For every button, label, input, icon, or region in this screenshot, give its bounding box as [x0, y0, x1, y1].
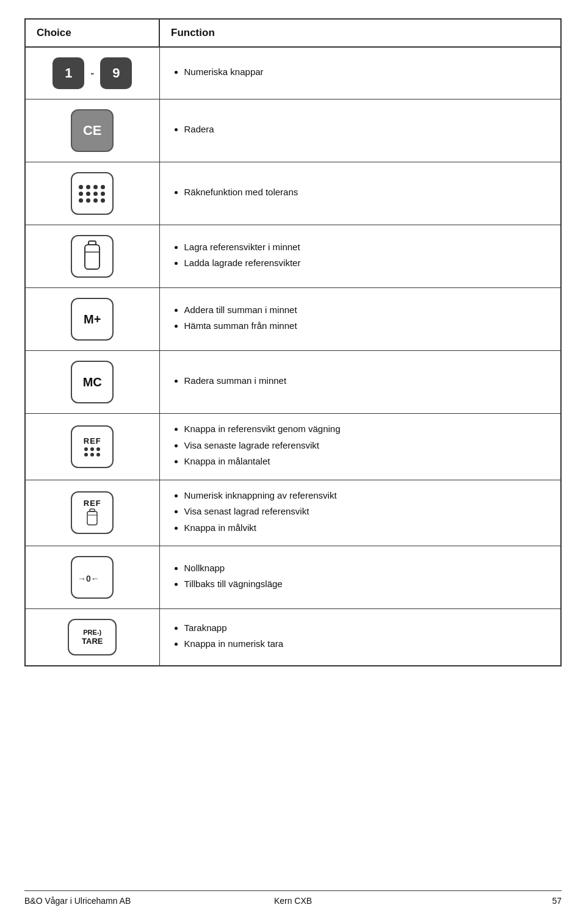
table-row: MC Radera summan i minnet [25, 351, 561, 414]
footer-center: Kern CXB [274, 896, 312, 906]
dot [93, 185, 98, 189]
bottle-svg [81, 240, 103, 273]
pretare-box: PRE-) TARE [68, 619, 117, 655]
icon-cell-numeric-keys: 1 - 9 [25, 47, 159, 99]
dots-grid [79, 185, 106, 203]
function-cell-zero-key: NollknappTillbaks till vägningsläge [159, 546, 561, 609]
function-item: Knappa in målantalet [184, 455, 550, 469]
dot [101, 192, 105, 196]
dot [93, 198, 98, 203]
bottle-box [71, 235, 114, 278]
ref-bottle-icon: REF [37, 490, 148, 535]
table-row: Lagra referensvikter i minnetLadda lagra… [25, 225, 561, 288]
bottle-icon [37, 234, 148, 279]
table-row: CE Radera [25, 99, 561, 162]
function-item: Visa senast lagrad referensvikt [184, 505, 550, 519]
table-row: Räknefunktion med tolerans [25, 162, 561, 225]
function-item: Knappa in referensvikt genom vägning [184, 422, 550, 436]
icon-cell-ref-dots-key: REF [25, 414, 159, 480]
ce-icon: CE [37, 108, 148, 153]
function-item: Knappa in numerisk tara [184, 637, 550, 651]
ref-dots-icon: REF [37, 424, 148, 469]
dot [86, 192, 90, 196]
table-row: →0← NollknappTillbaks till vägningsläge [25, 546, 561, 609]
function-cell-ce-key: Radera [159, 99, 561, 162]
function-cell-numeric-keys: Numeriska knappar [159, 47, 561, 99]
icon-cell-pretare-key: PRE-) TARE [25, 609, 159, 666]
dot-grid-box [71, 172, 114, 215]
ref-label: REF [84, 437, 101, 445]
function-cell-tolerance-key: Räknefunktion med tolerans [159, 162, 561, 225]
ref-bottle-box: REF [71, 491, 114, 534]
function-item: Hämta summan från minnet [184, 319, 550, 333]
svg-rect-1 [85, 245, 99, 269]
function-cell-ref-dots-key: Knappa in referensvikt genom vägningVisa… [159, 414, 561, 480]
function-item: Tillbaks till vägningsläge [184, 577, 550, 591]
col-choice-header: Choice [25, 19, 159, 47]
table-row: REF Numerisk inknappning av referensvikt… [25, 480, 561, 546]
icon-cell-mc-key: MC [25, 351, 159, 414]
function-item: Knappa in målvikt [184, 521, 550, 535]
function-item: Numerisk inknappning av referensvikt [184, 489, 550, 503]
function-item: Nollknapp [184, 561, 550, 576]
dot-grid-icon [37, 171, 148, 216]
dot [101, 185, 105, 189]
ref-dots-grid [84, 447, 101, 457]
numeric-keys-icon: 1 - 9 [37, 56, 148, 90]
icon-cell-ce-key: CE [25, 99, 159, 162]
dot [79, 198, 83, 203]
dot [93, 192, 98, 196]
ref-bottle-svg [85, 508, 99, 527]
table-row: 1 - 9 Numeriska knappar [25, 47, 561, 99]
mplus-icon: M+ [37, 297, 148, 342]
pretare-icon: PRE-) TARE [37, 618, 148, 657]
mplus-box: M+ [71, 298, 114, 341]
icon-cell-mplus-key: M+ [25, 288, 159, 351]
pre-label: PRE-) [83, 629, 101, 637]
function-cell-mc-key: Radera summan i minnet [159, 351, 561, 414]
table-row: M+ Addera till summan i minnetHämta summ… [25, 288, 561, 351]
function-item: Visa senaste lagrade referensvikt [184, 439, 550, 453]
function-item: Radera summan i minnet [184, 374, 550, 388]
function-item: Räknefunktion med tolerans [184, 186, 550, 200]
function-cell-pretare-key: TaraknappKnappa in numerisk tara [159, 609, 561, 666]
function-cell-mplus-key: Addera till summan i minnetHämta summan … [159, 288, 561, 351]
ref-dots-box: REF [71, 425, 114, 468]
function-cell-ref-bottle-key: Numerisk inknappning av referensviktVisa… [159, 480, 561, 546]
function-table: Choice Function 1 - 9 Numeriska knappar … [24, 18, 562, 666]
icon-cell-ref-bottle-key: REF [25, 480, 159, 546]
icon-cell-tolerance-key [25, 162, 159, 225]
svg-rect-4 [87, 511, 97, 525]
page-footer: B&O Vågar i Ulricehamn AB Kern CXB 57 [24, 890, 562, 906]
tare-label: TARE [82, 637, 103, 646]
function-cell-storage-key: Lagra referensvikter i minnetLadda lagra… [159, 225, 561, 288]
dot [86, 198, 90, 203]
function-item: Addera till summan i minnet [184, 303, 550, 317]
zero-icon: →0← [37, 555, 148, 600]
function-item: Ladda lagrade referensvikter [184, 256, 550, 270]
num1-icon: 1 [52, 57, 84, 89]
function-item: Lagra referensvikter i minnet [184, 240, 550, 254]
icon-cell-storage-key [25, 225, 159, 288]
footer-right: 57 [552, 896, 562, 906]
ref-bottle-label: REF [84, 499, 101, 507]
dot [79, 192, 83, 196]
dot [86, 185, 90, 189]
function-item: Radera [184, 123, 550, 137]
col-function-header: Function [159, 19, 561, 47]
mc-box: MC [71, 361, 114, 403]
dot [79, 185, 83, 189]
zero-svg: →0← [74, 568, 110, 587]
function-item: Numeriska knappar [184, 65, 550, 79]
ce-button-icon: CE [71, 109, 114, 152]
num9-icon: 9 [100, 57, 132, 89]
dot [101, 198, 105, 203]
icon-cell-zero-key: →0← [25, 546, 159, 609]
zero-box: →0← [71, 556, 114, 599]
table-row: REF Knappa in referensvikt genom vägning… [25, 414, 561, 480]
function-item: Taraknapp [184, 621, 550, 635]
footer-left: B&O Vågar i Ulricehamn AB [24, 896, 131, 906]
svg-text:→0←: →0← [78, 574, 99, 583]
mc-icon: MC [37, 359, 148, 405]
table-row: PRE-) TARE TaraknappKnappa in numerisk t… [25, 609, 561, 666]
